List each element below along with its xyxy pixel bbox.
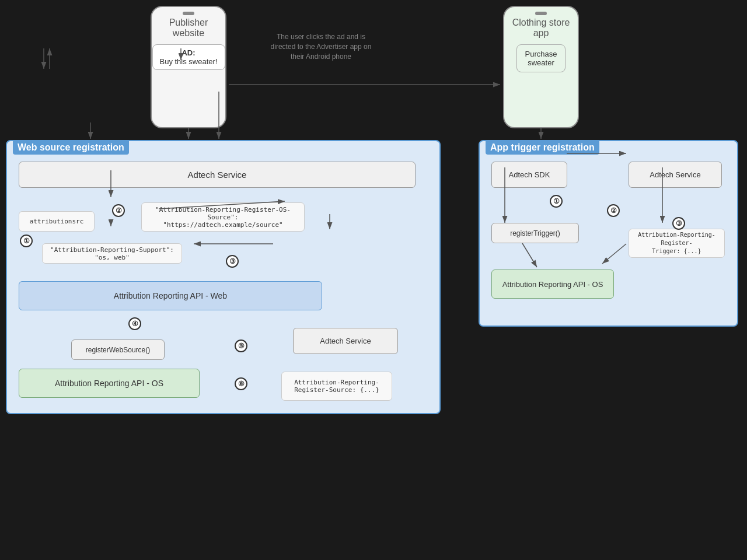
web-section-title: Web source registration <box>13 141 129 155</box>
app-api-os-box: Attribution Reporting API - OS <box>491 270 614 299</box>
app-step-3: ③ <box>672 217 685 230</box>
web-step-6: ⑥ <box>235 377 247 390</box>
app-adtech-service-box: Adtech Service <box>629 162 722 188</box>
web-section-box: Web source registration Adtech Service a… <box>6 140 441 414</box>
web-adtech-service-top: Adtech Service <box>19 162 416 188</box>
api-web-box: Attribution Reporting API - Web <box>19 281 322 310</box>
diagram-area: Publisher website AD: Buy this sweater! … <box>0 0 747 560</box>
app-section-title: App trigger registration <box>486 141 599 155</box>
app-step-1: ① <box>550 195 563 208</box>
web-step-5: ⑤ <box>235 340 247 352</box>
web-step-4: ④ <box>128 317 141 330</box>
clothing-phone-title: Clothing store app <box>507 18 576 38</box>
support-response-box: "Attribution-Reporting-Support": "os, we… <box>42 243 182 264</box>
register-source-box: Attribution-Reporting- Register-Source: … <box>281 372 392 401</box>
app-step-2: ② <box>607 204 620 217</box>
publisher-phone: Publisher website AD: Buy this sweater! <box>151 6 226 128</box>
register-web-source-box: registerWebSource() <box>71 340 165 360</box>
web-step-2: ② <box>112 204 125 217</box>
phone-notch-2 <box>535 12 547 15</box>
publisher-ad-content: AD: Buy this sweater! <box>152 44 225 70</box>
os-source-header-box: "Attribution-Reporting-Register-OS-Sourc… <box>141 202 305 232</box>
clothing-store-phone: Clothing store app Purchase sweater <box>503 6 579 128</box>
ad-text: Buy this sweater! <box>160 57 218 66</box>
publisher-phone-title: Publisher website <box>163 18 214 38</box>
trigger-header-box: Attribution-Reporting-Register- Trigger:… <box>629 229 725 258</box>
app-section-box: App trigger registration Adtech SDK Adte… <box>479 140 738 327</box>
register-trigger-box: registerTrigger() <box>491 223 579 243</box>
web-step-1: ① <box>20 235 33 247</box>
user-description: The user clicks the ad and is directed t… <box>263 32 379 61</box>
attributionsrc-box: attributionsrc <box>19 211 95 232</box>
ad-label: AD: <box>181 48 195 57</box>
web-adtech-service-bottom: Adtech Service <box>293 328 398 354</box>
web-step-3: ③ <box>226 255 239 268</box>
purchase-sweater-content: Purchase sweater <box>516 44 566 72</box>
web-api-os-box: Attribution Reporting API - OS <box>19 369 200 398</box>
phone-notch <box>183 12 194 15</box>
adtech-sdk-box: Adtech SDK <box>491 162 567 188</box>
